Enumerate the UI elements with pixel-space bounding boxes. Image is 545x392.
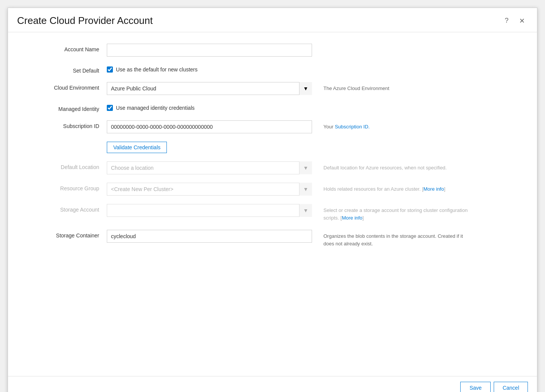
resource-group-select[interactable]: <Create New Per Cluster> bbox=[107, 183, 312, 196]
managed-identity-control: Use managed identity credentials bbox=[107, 103, 312, 111]
storage-container-label: Storage Container bbox=[31, 230, 107, 239]
subscription-id-control: 00000000-0000-0000-0000-000000000000 bbox=[107, 120, 312, 133]
resource-group-select-wrapper: <Create New Per Cluster> ▼ bbox=[107, 183, 312, 196]
set-default-label: Set Default bbox=[31, 65, 107, 74]
managed-identity-checkbox-label: Use managed identity credentials bbox=[116, 105, 195, 111]
cancel-button[interactable]: Cancel bbox=[494, 382, 528, 392]
storage-container-input[interactable]: cyclecloud bbox=[107, 230, 312, 243]
dialog-footer: Save Cancel bbox=[8, 376, 537, 392]
resource-group-more-info-link[interactable]: More info bbox=[423, 186, 444, 192]
account-name-row: Account Name bbox=[31, 44, 514, 57]
subscription-id-input[interactable]: 00000000-0000-0000-0000-000000000000 bbox=[107, 120, 312, 133]
validate-credentials-spacer bbox=[31, 142, 107, 144]
close-button[interactable]: ✕ bbox=[516, 15, 528, 27]
dialog-body: Account Name Set Default Use as the defa… bbox=[8, 32, 537, 376]
resource-group-help-prefix: Holds related resources for an Azure clu… bbox=[323, 186, 423, 192]
managed-identity-checkbox-row: Use managed identity credentials bbox=[107, 103, 312, 111]
set-default-checkbox-label: Use as the default for new clusters bbox=[116, 66, 198, 73]
storage-account-control: ▼ bbox=[107, 204, 312, 217]
dialog-title: Create Cloud Provider Account bbox=[17, 15, 153, 27]
storage-account-select[interactable] bbox=[107, 204, 312, 217]
help-button[interactable]: ? bbox=[502, 15, 512, 26]
account-name-label: Account Name bbox=[31, 44, 107, 52]
default-location-select-wrapper: Choose a location ▼ bbox=[107, 161, 312, 174]
managed-identity-checkbox[interactable] bbox=[107, 105, 113, 111]
managed-identity-row: Managed Identity Use managed identity cr… bbox=[31, 103, 514, 112]
storage-account-select-wrapper: ▼ bbox=[107, 204, 312, 217]
set-default-checkbox-row: Use as the default for new clusters bbox=[107, 65, 312, 73]
resource-group-row: Resource Group <Create New Per Cluster> … bbox=[31, 183, 514, 196]
validate-credentials-row: Validate Credentials bbox=[31, 142, 514, 153]
cloud-environment-control: Azure Public Cloud Azure Government Clou… bbox=[107, 82, 312, 95]
cloud-environment-select-wrapper: Azure Public Cloud Azure Government Clou… bbox=[107, 82, 312, 95]
create-cloud-provider-dialog: Create Cloud Provider Account ? ✕ Accoun… bbox=[8, 8, 537, 392]
account-name-input[interactable] bbox=[107, 44, 312, 57]
storage-container-control: cyclecloud bbox=[107, 230, 312, 243]
cloud-environment-help: The Azure Cloud Environment bbox=[323, 82, 389, 92]
default-location-help: Default location for Azure resources, wh… bbox=[323, 161, 447, 172]
subscription-id-help: Your Subscription ID. bbox=[323, 120, 370, 131]
storage-account-more-info-link[interactable]: More info bbox=[342, 215, 362, 221]
default-location-select[interactable]: Choose a location bbox=[107, 161, 312, 174]
cloud-environment-row: Cloud Environment Azure Public Cloud Azu… bbox=[31, 82, 514, 95]
set-default-control: Use as the default for new clusters bbox=[107, 65, 312, 73]
storage-container-row: Storage Container cyclecloud Organizes t… bbox=[31, 230, 514, 247]
dialog-header: Create Cloud Provider Account ? ✕ bbox=[8, 8, 537, 32]
subscription-id-row: Subscription ID 00000000-0000-0000-0000-… bbox=[31, 120, 514, 133]
save-button[interactable]: Save bbox=[460, 382, 491, 392]
storage-account-help-suffix: ] bbox=[363, 215, 364, 221]
set-default-checkbox[interactable] bbox=[107, 66, 113, 73]
validate-credentials-control: Validate Credentials bbox=[107, 142, 312, 153]
account-name-control bbox=[107, 44, 312, 57]
storage-account-row: Storage Account ▼ Select or create a sto… bbox=[31, 204, 514, 221]
cloud-environment-select[interactable]: Azure Public Cloud Azure Government Clou… bbox=[107, 82, 312, 95]
cloud-environment-label: Cloud Environment bbox=[31, 82, 107, 91]
validate-credentials-button[interactable]: Validate Credentials bbox=[107, 142, 167, 153]
resource-group-help-suffix: ] bbox=[444, 186, 445, 192]
storage-account-label: Storage Account bbox=[31, 204, 107, 213]
set-default-row: Set Default Use as the default for new c… bbox=[31, 65, 514, 74]
header-icons: ? ✕ bbox=[502, 15, 528, 27]
subscription-id-help-prefix: Your bbox=[323, 124, 335, 130]
resource-group-control: <Create New Per Cluster> ▼ bbox=[107, 183, 312, 196]
storage-container-help: Organizes the blob contents in the stora… bbox=[323, 230, 468, 247]
default-location-control: Choose a location ▼ bbox=[107, 161, 312, 174]
resource-group-label: Resource Group bbox=[31, 183, 107, 191]
subscription-id-label: Subscription ID bbox=[31, 120, 107, 129]
managed-identity-label: Managed Identity bbox=[31, 103, 107, 112]
storage-account-help: Select or create a storage account for s… bbox=[323, 204, 468, 221]
default-location-row: Default Location Choose a location ▼ Def… bbox=[31, 161, 514, 174]
default-location-label: Default Location bbox=[31, 161, 107, 170]
resource-group-help: Holds related resources for an Azure clu… bbox=[323, 183, 445, 193]
subscription-id-help-link[interactable]: Subscription ID. bbox=[335, 124, 370, 130]
